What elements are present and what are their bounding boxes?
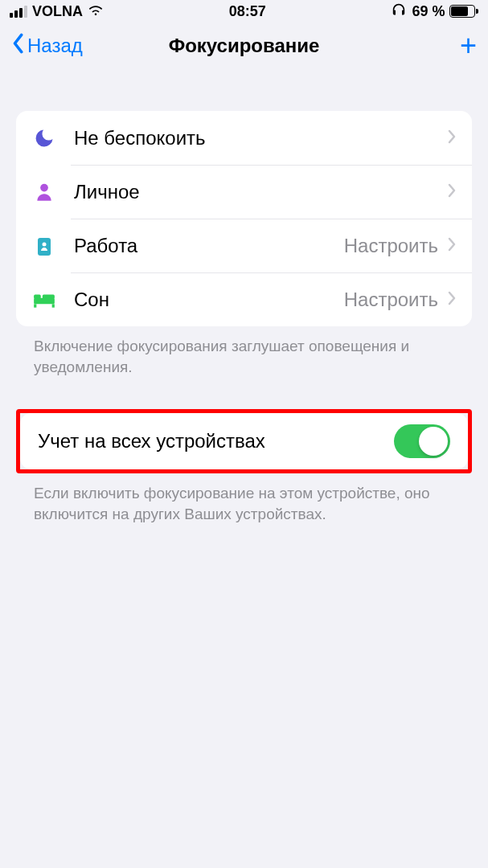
status-bar: VOLNA 08:57 69 %	[0, 0, 488, 23]
back-label: Назад	[27, 35, 83, 57]
bed-icon	[32, 288, 56, 312]
focus-mode-sleep[interactable]: Сон Настроить	[16, 272, 472, 326]
battery-icon	[449, 5, 478, 18]
headphones-icon	[391, 3, 407, 20]
focus-footer-text: Включение фокусирования заглушает оповещ…	[16, 326, 472, 377]
wifi-icon	[88, 3, 104, 20]
back-button[interactable]: Назад	[11, 33, 83, 59]
focus-mode-label: Не беспокоить	[74, 127, 448, 149]
navigation-bar: Назад Фокусирование +	[0, 23, 488, 69]
share-across-devices-label: Учет на всех устройствах	[38, 430, 394, 452]
cellular-signal-icon	[10, 6, 27, 18]
svg-rect-7	[52, 304, 55, 307]
focus-mode-do-not-disturb[interactable]: Не беспокоить	[16, 111, 472, 165]
chevron-left-icon	[11, 33, 24, 59]
chevron-right-icon	[448, 237, 456, 255]
badge-icon	[32, 234, 56, 258]
share-toggle[interactable]	[394, 424, 450, 458]
svg-point-2	[43, 242, 47, 246]
clock: 08:57	[229, 3, 266, 20]
svg-rect-1	[38, 238, 51, 256]
focus-mode-label: Личное	[74, 181, 448, 203]
chevron-right-icon	[448, 129, 456, 147]
focus-modes-group: Не беспокоить Личное Работа Настроить	[16, 111, 472, 326]
focus-mode-personal[interactable]: Личное	[16, 165, 472, 219]
carrier-label: VOLNA	[32, 3, 83, 20]
share-across-devices-group: Учет на всех устройствах	[20, 413, 468, 469]
focus-mode-work[interactable]: Работа Настроить	[16, 219, 472, 272]
svg-rect-4	[34, 294, 41, 298]
chevron-right-icon	[448, 183, 456, 201]
svg-rect-3	[34, 297, 55, 304]
svg-point-0	[40, 183, 48, 191]
moon-icon	[32, 126, 56, 150]
page-title: Фокусирование	[169, 35, 320, 57]
share-footer-text: Если включить фокусирование на этом устр…	[16, 473, 472, 524]
add-button[interactable]: +	[460, 31, 477, 60]
focus-mode-label: Сон	[74, 289, 344, 311]
focus-mode-label: Работа	[74, 235, 344, 257]
share-across-devices-row[interactable]: Учет на всех устройствах	[20, 413, 468, 469]
plus-icon: +	[460, 29, 477, 62]
toggle-knob	[419, 427, 448, 456]
focus-mode-detail: Настроить	[344, 235, 438, 257]
person-icon	[32, 180, 56, 204]
focus-mode-detail: Настроить	[344, 289, 438, 311]
highlight-annotation: Учет на всех устройствах	[16, 409, 472, 473]
chevron-right-icon	[448, 291, 456, 309]
battery-percent: 69 %	[412, 3, 445, 20]
svg-rect-6	[34, 304, 36, 307]
svg-rect-5	[43, 294, 55, 298]
